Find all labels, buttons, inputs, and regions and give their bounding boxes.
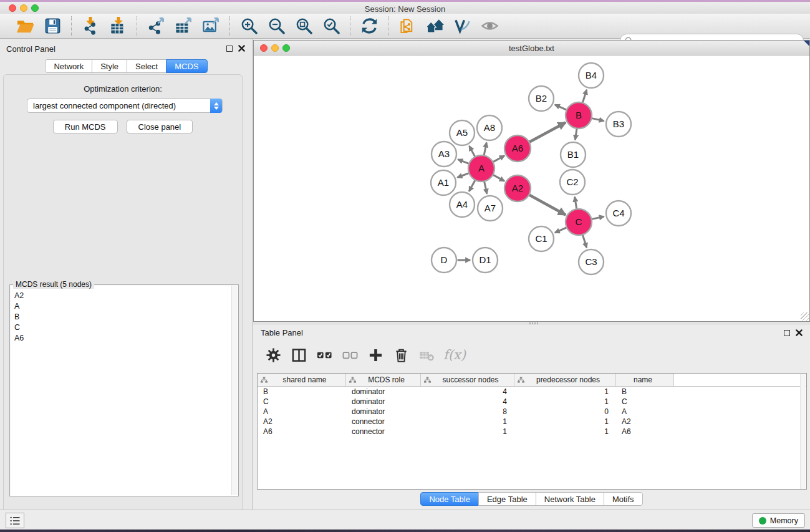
column-header-successor-nodes[interactable]: successor nodes xyxy=(421,374,514,386)
apply-function-icon[interactable]: f(x) xyxy=(443,347,466,362)
zoom-selected-icon[interactable] xyxy=(321,16,341,36)
export-table-icon[interactable] xyxy=(173,16,193,36)
graph-node-B1[interactable]: B1 xyxy=(561,142,586,167)
table-cell[interactable]: 1 xyxy=(514,427,616,436)
tab-network[interactable]: Network xyxy=(45,59,92,73)
table-cell[interactable]: 8 xyxy=(421,407,514,416)
delete-column-icon[interactable] xyxy=(392,346,410,364)
import-network-icon[interactable] xyxy=(80,16,100,36)
graph-node-C4[interactable]: C4 xyxy=(606,201,631,226)
open-session-icon[interactable] xyxy=(15,16,35,36)
graph-node-B3[interactable]: B3 xyxy=(606,112,631,137)
toggle-details-icon[interactable] xyxy=(452,16,472,36)
mcds-result-item[interactable]: A6 xyxy=(11,332,230,343)
graph-node-A[interactable]: A xyxy=(468,155,494,181)
edge-A-A6[interactable] xyxy=(493,156,504,162)
tab-select[interactable]: Select xyxy=(127,59,166,73)
table-cell[interactable]: 1 xyxy=(514,387,616,396)
table-tab-motifs[interactable]: Motifs xyxy=(604,492,643,506)
table-row[interactable]: Adominator80A xyxy=(258,407,806,417)
save-session-icon[interactable] xyxy=(42,16,62,36)
float-table-panel-icon[interactable] xyxy=(784,330,790,336)
edge-A2-C[interactable] xyxy=(529,195,566,215)
unselect-all-columns-icon[interactable] xyxy=(341,346,359,364)
column-header-name[interactable]: name xyxy=(616,374,674,386)
column-header-predecessor-nodes[interactable]: predecessor nodes xyxy=(514,374,616,386)
close-table-panel-icon[interactable] xyxy=(796,329,803,336)
mcds-result-item[interactable]: C xyxy=(11,322,230,332)
zoom-in-icon[interactable] xyxy=(239,16,259,36)
table-cell[interactable]: 1 xyxy=(421,417,514,426)
create-column-icon[interactable] xyxy=(367,346,384,364)
duplicate-network-icon[interactable] xyxy=(397,16,417,36)
double-house-icon[interactable] xyxy=(425,16,445,36)
graph-node-A1[interactable]: A1 xyxy=(431,170,456,195)
table-cell[interactable]: A xyxy=(616,407,674,416)
edge-C-C1[interactable] xyxy=(555,228,567,233)
close-panel-button[interactable]: Close panel xyxy=(127,120,193,133)
tab-style[interactable]: Style xyxy=(92,59,127,73)
refresh-icon[interactable] xyxy=(359,16,379,36)
graph-node-A6[interactable]: A6 xyxy=(504,135,531,162)
graph-node-B[interactable]: B xyxy=(566,102,592,128)
delete-table-icon[interactable] xyxy=(418,346,435,364)
float-panel-icon[interactable] xyxy=(226,46,233,52)
edge-C-C2[interactable] xyxy=(575,197,577,209)
table-cell[interactable]: C xyxy=(616,397,674,406)
edge-A-A5[interactable] xyxy=(470,146,475,157)
table-cell[interactable]: A xyxy=(258,407,346,416)
table-cell[interactable]: A2 xyxy=(616,417,674,426)
table-cell[interactable]: A6 xyxy=(616,427,674,436)
graph-node-A7[interactable]: A7 xyxy=(478,196,503,221)
zoom-fit-icon[interactable] xyxy=(294,16,314,36)
table-row[interactable]: A2connector11A2 xyxy=(258,417,806,427)
edge-A-A2[interactable] xyxy=(493,175,504,181)
mcds-list-scrollbar[interactable] xyxy=(231,286,238,495)
table-settings-icon[interactable] xyxy=(264,346,282,364)
table-cell[interactable]: 1 xyxy=(514,417,616,426)
task-history-button[interactable] xyxy=(6,513,24,528)
table-cell[interactable]: 4 xyxy=(421,397,514,406)
select-all-columns-icon[interactable] xyxy=(316,346,333,364)
edge-A6-B[interactable] xyxy=(529,122,566,142)
mcds-result-item[interactable]: A xyxy=(11,301,230,311)
table-cell[interactable]: B xyxy=(616,387,674,396)
table-cell[interactable]: connector xyxy=(346,417,421,426)
show-columns-icon[interactable] xyxy=(290,346,307,364)
edge-B-B3[interactable] xyxy=(592,118,604,121)
graph-node-C3[interactable]: C3 xyxy=(579,249,604,274)
edge-A-A8[interactable] xyxy=(484,143,486,155)
edge-B-B1[interactable] xyxy=(575,128,577,140)
graph-node-A4[interactable]: A4 xyxy=(450,192,475,217)
table-row[interactable]: A6connector11A6 xyxy=(258,427,806,437)
network-window-titlebar[interactable]: testGlobe.txt xyxy=(254,41,809,56)
table-tab-edge-table[interactable]: Edge Table xyxy=(478,492,536,506)
graph-node-B2[interactable]: B2 xyxy=(529,86,554,111)
graph-node-A2[interactable]: A2 xyxy=(504,175,531,201)
eye-icon[interactable] xyxy=(480,16,499,36)
edge-A-A4[interactable] xyxy=(469,180,475,191)
import-table-icon[interactable] xyxy=(108,16,128,36)
graph-node-A3[interactable]: A3 xyxy=(432,142,456,167)
resize-grip-icon[interactable] xyxy=(801,312,809,321)
mcds-result-item[interactable]: A2 xyxy=(11,290,230,301)
tab-mcds[interactable]: MCDS xyxy=(166,59,207,73)
column-header-MCDS-role[interactable]: MCDS role xyxy=(346,374,421,386)
table-cell[interactable]: dominator xyxy=(346,387,421,396)
graph-node-D1[interactable]: D1 xyxy=(473,248,498,273)
graph-node-A5[interactable]: A5 xyxy=(450,120,475,145)
export-image-icon[interactable] xyxy=(201,16,221,36)
run-mcds-button[interactable]: Run MCDS xyxy=(53,120,118,133)
edge-B-B4[interactable] xyxy=(582,90,586,103)
edge-A-A1[interactable] xyxy=(458,173,469,178)
table-cell[interactable]: 0 xyxy=(514,407,616,416)
table-row[interactable]: Bdominator41B xyxy=(258,387,806,397)
graph-node-C1[interactable]: C1 xyxy=(529,226,554,251)
graph-node-D[interactable]: D xyxy=(432,248,456,273)
network-canvas[interactable]: B4B2BB3A8A5A6A3B1AC2A1A2A4A7C4CC1DD1C3 xyxy=(254,56,809,321)
table-cell[interactable]: connector xyxy=(346,427,421,436)
table-tab-node-table[interactable]: Node Table xyxy=(420,492,479,506)
graph-node-B4[interactable]: B4 xyxy=(579,63,604,88)
edge-C-C3[interactable] xyxy=(582,235,586,248)
table-cell[interactable]: 4 xyxy=(421,387,514,396)
